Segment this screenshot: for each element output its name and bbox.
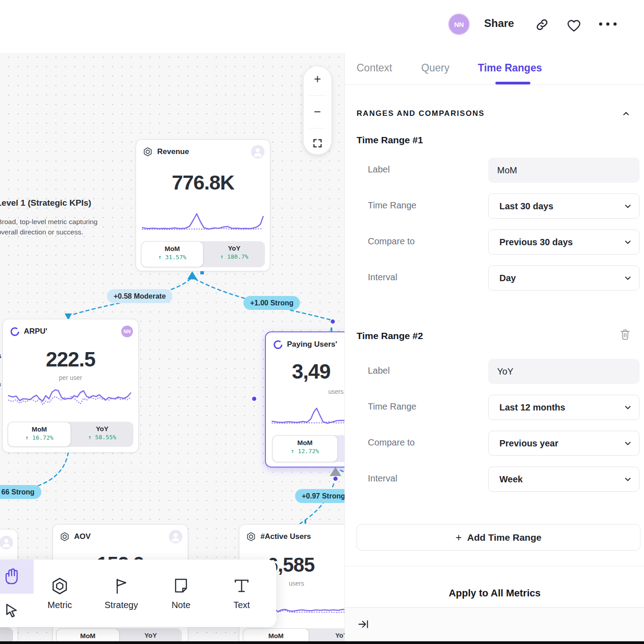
metric-hexagon-icon — [60, 532, 70, 542]
text-icon — [232, 576, 251, 596]
add-note-button[interactable]: Note — [154, 560, 208, 627]
zoom-in-button[interactable]: + — [314, 73, 321, 85]
add-metric-button[interactable]: Metric — [33, 560, 87, 627]
compare-to-select[interactable]: Previous 30 days — [488, 229, 640, 255]
field-label: Label — [368, 366, 390, 376]
user-avatar[interactable]: NN — [448, 13, 470, 35]
hand-tool-button[interactable] — [0, 560, 34, 594]
handle-dot-paying-left — [252, 397, 257, 401]
apply-to-all-metrics-button[interactable]: Apply to All Metrics — [345, 587, 644, 599]
field-label: Interval — [368, 272, 397, 282]
app-root: Level 1 (Strategic KPIs) Broad, top-leve… — [0, 0, 644, 644]
field-label: Time Range — [368, 401, 416, 412]
tab-context[interactable]: Context — [357, 62, 392, 74]
share-button[interactable]: Share — [484, 17, 514, 30]
add-time-range-button[interactable]: + Add Time Range — [357, 524, 640, 551]
metric-card-paying-users[interactable]: Paying Users' 3,49 users MoM ↑ 12.72% — [265, 331, 344, 468]
clipped-text-fragment: a — [0, 380, 1, 388]
trash-icon[interactable] — [619, 328, 631, 341]
dot — [606, 22, 609, 26]
level-note-body: Broad, top-level metric capturing overal… — [0, 216, 97, 237]
edge-paying-right — [340, 470, 344, 477]
arrowhead-gray-paying — [330, 467, 341, 476]
owner-avatar-icon — [251, 145, 265, 159]
correlation-badge[interactable]: +0.97 Strong — [295, 489, 344, 503]
flag-icon — [111, 576, 131, 596]
card-title: ARPU' — [24, 327, 47, 336]
sparkline-chart — [271, 405, 344, 428]
tab-yoy[interactable] — [338, 435, 344, 462]
tab-yoy[interactable]: YoY ↑ 180.7% — [203, 241, 265, 267]
favorite-heart-icon[interactable] — [566, 18, 582, 32]
comparison-tabbar: MoM ↑ 31.57% YoY ↑ 180.7% — [141, 241, 265, 267]
cursor-icon — [4, 603, 20, 618]
fit-to-screen-icon[interactable] — [313, 138, 322, 148]
divider — [309, 128, 326, 128]
field-label: Interval — [368, 473, 397, 484]
compare-to-select[interactable]: Previous year — [488, 431, 640, 456]
divider — [309, 95, 326, 96]
metric-unit: users — [289, 580, 304, 587]
sparkline-chart — [141, 211, 265, 234]
metric-hexagon-icon — [143, 147, 153, 157]
metric-unit: per user — [3, 374, 138, 381]
time-range-select[interactable]: Last 30 days — [488, 194, 640, 219]
metric-card-revenue[interactable]: Revenue 776.8K MoM ↑ 31.57% YoY — [136, 139, 270, 271]
time-range-select[interactable]: Last 12 months — [488, 395, 640, 420]
anchor-square-revenue — [200, 271, 204, 274]
tab-yoy[interactable]: YoY ↑ 58.55% — [71, 422, 133, 447]
hand-icon — [3, 568, 21, 586]
plus-icon: + — [455, 531, 462, 544]
tab-time-ranges[interactable]: Time Ranges — [478, 62, 542, 74]
field-label: Compare to — [368, 437, 415, 448]
sparkline-chart — [8, 385, 133, 413]
more-options-button[interactable] — [599, 22, 617, 26]
interval-select[interactable]: Day — [488, 265, 640, 291]
metric-card-arpu[interactable]: ARPU' NN 222.5 per user MoM ↑ 16.72% YoY… — [2, 319, 139, 453]
interval-select[interactable]: Week — [488, 467, 640, 492]
tab-mom[interactable]: MoM ↑ 12.72% — [272, 435, 338, 462]
tab-mom[interactable]: MoM ↑ 31.57% — [141, 241, 203, 267]
chevron-down-icon — [624, 475, 632, 483]
divider — [345, 84, 644, 85]
loading-arc-icon — [9, 326, 19, 336]
chevron-down-icon — [624, 202, 632, 210]
collapse-panel-icon[interactable] — [357, 618, 369, 630]
correlation-badge[interactable]: +1.00 Strong — [243, 296, 300, 310]
metric-value: 3,49 — [292, 359, 331, 384]
metric-value: 776.8K — [136, 171, 270, 194]
loading-arc-icon — [273, 340, 282, 349]
correlation-badge[interactable]: 66 Strong — [0, 485, 41, 499]
handle-dot-paying-bottom — [333, 476, 338, 481]
metric-tree-canvas[interactable]: Level 1 (Strategic KPIs) Broad, top-leve… — [0, 0, 344, 644]
copy-link-icon[interactable] — [535, 18, 549, 31]
level-note-line1: Broad, top-level metric capturing — [0, 216, 97, 227]
panel-footer — [345, 607, 644, 644]
add-strategy-button[interactable]: Strategy — [94, 560, 148, 627]
tab-query[interactable]: Query — [421, 62, 450, 74]
chevron-down-icon — [624, 274, 632, 282]
note-icon — [171, 576, 191, 596]
time-range-2-title: Time Range #2 — [357, 331, 423, 341]
metric-hexagon-icon — [50, 576, 70, 596]
select-tool-button[interactable] — [0, 594, 34, 627]
handle-dot-paying-top — [331, 319, 335, 324]
time-range-1-title: Time Range #1 — [357, 135, 423, 146]
zoom-out-button[interactable]: − — [314, 106, 321, 118]
chevron-up-icon[interactable] — [622, 109, 631, 118]
label-input[interactable]: YoY — [488, 359, 640, 384]
card-title: Paying Users' — [287, 340, 337, 349]
owner-avatar-icon — [0, 536, 13, 549]
bottom-edge-bar — [0, 641, 644, 644]
label-input[interactable]: MoM — [488, 158, 640, 183]
tab-mom[interactable]: MoM ↑ 16.72% — [8, 422, 71, 447]
field-label: Compare to — [368, 236, 415, 247]
dot — [599, 22, 602, 26]
add-text-button[interactable]: Text — [215, 560, 269, 627]
level-note-title: Level 1 (Strategic KPIs) — [0, 198, 91, 208]
metric-value: 222.5 — [3, 347, 138, 371]
dot — [613, 22, 617, 26]
metric-unit: users — [266, 388, 344, 395]
correlation-badge[interactable]: +0.58 Moderate — [107, 289, 172, 303]
field-label: Time Range — [368, 200, 416, 211]
